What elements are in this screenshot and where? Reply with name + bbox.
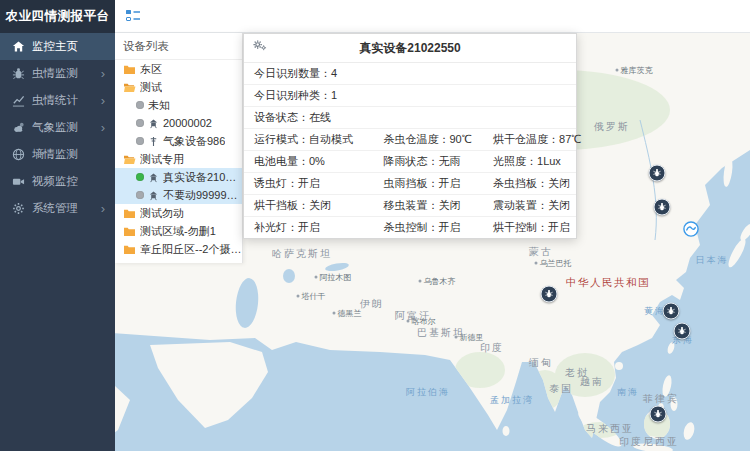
- folder-icon: [123, 244, 136, 255]
- popup-cell: 杀虫控制：开启: [373, 217, 483, 238]
- sidebar-item-system-management[interactable]: 系统管理›: [0, 195, 115, 222]
- popup-cell: 烘干控制：开启: [483, 217, 576, 238]
- chevron-right-icon: ›: [101, 121, 105, 134]
- device-list-panel: 设备列表 东区测试未知20000002气象设备986测试专用真实设备210225…: [115, 33, 243, 263]
- gears-icon[interactable]: [252, 39, 267, 51]
- tree-device-row[interactable]: 不要动99999999: [115, 186, 242, 204]
- popup-table: 今日识别数量：4今日识别种类：1设备状态：在线运行模式：自动模式杀虫仓温度：90…: [244, 62, 576, 238]
- folder-icon: [123, 226, 136, 237]
- popup-cell: 今日识别数量：4: [244, 63, 576, 84]
- tree-device-row[interactable]: 未知: [115, 96, 242, 114]
- tree-item-label: 未知: [148, 98, 170, 113]
- sidebar: 农业四情测报平台 监控主页虫情监测›虫情统计›气象监测›墒情监测视频监控系统管理…: [0, 0, 115, 451]
- folder-icon: [123, 64, 136, 75]
- sidebar-item-label: 视频监控: [32, 174, 78, 189]
- popup-cell: 烘干挡板：关闭: [244, 195, 373, 216]
- popup-cell: 虫雨挡板：开启: [373, 173, 483, 194]
- device-marker[interactable]: [541, 286, 558, 303]
- tree-folder-row[interactable]: 章丘阳丘区--2个摄像头: [115, 240, 242, 258]
- chart-icon: [12, 94, 25, 107]
- tree-item-label: 20000002: [163, 117, 212, 129]
- tree-folder-row[interactable]: 测试勿动: [115, 204, 242, 222]
- popup-cell: 设备状态：在线: [244, 107, 576, 128]
- tree-item-label: 章丘阳丘区--2个摄像头: [140, 242, 242, 257]
- popup-cell: 补光灯：开启: [244, 217, 373, 238]
- popup-row: 烘干挡板：关闭移虫装置：关闭震动装置：关闭: [244, 195, 576, 217]
- sidebar-item-label: 系统管理: [32, 201, 78, 216]
- tree-folder-row[interactable]: 测试区域-勿删1: [115, 222, 242, 240]
- tree-device-row[interactable]: 气象设备986: [115, 132, 242, 150]
- sidebar-item-weather-monitoring[interactable]: 气象监测›: [0, 114, 115, 141]
- sidebar-item-label: 墒情监测: [32, 147, 78, 162]
- sidebar-item-label: 虫情统计: [32, 93, 78, 108]
- tree-folder-row[interactable]: 测试专用: [115, 150, 242, 168]
- popup-row: 今日识别种类：1: [244, 85, 576, 107]
- popup-cell: 移虫装置：关闭: [373, 195, 483, 216]
- sidebar-item-home[interactable]: 监控主页: [0, 33, 115, 60]
- sidebar-item-label: 监控主页: [32, 39, 78, 54]
- device-list-title: 设备列表: [115, 33, 242, 60]
- popup-cell: 杀虫仓温度：90℃: [373, 129, 483, 150]
- popup-cell: 电池电量：0%: [244, 151, 373, 172]
- status-dot: [136, 173, 144, 181]
- popup-cell: 运行模式：自动模式: [244, 129, 373, 150]
- wave-badge-icon[interactable]: [683, 221, 700, 238]
- tree-item-label: 真实设备21022550: [163, 170, 242, 185]
- sidebar-item-soil-monitoring[interactable]: 墒情监测: [0, 141, 115, 168]
- gear-icon: [12, 202, 25, 215]
- video-icon: [12, 175, 25, 188]
- popup-row: 诱虫灯：开启虫雨挡板：开启杀虫挡板：关闭: [244, 173, 576, 195]
- device-marker[interactable]: [654, 199, 671, 216]
- weather-icon: [12, 121, 25, 134]
- org-tree-icon[interactable]: [125, 9, 141, 23]
- station-icon: [148, 136, 159, 147]
- trap-icon: [148, 190, 159, 201]
- popup-cell: 杀虫挡板：关闭: [483, 173, 576, 194]
- popup-cell: 诱虫灯：开启: [244, 173, 373, 194]
- popup-title: 真实设备21022550: [359, 41, 460, 55]
- popup-cell: 降雨状态：无雨: [373, 151, 483, 172]
- popup-row: 今日识别数量：4: [244, 63, 576, 85]
- tree-folder-row[interactable]: 测试: [115, 78, 242, 96]
- sidebar-item-insect-monitoring[interactable]: 虫情监测›: [0, 60, 115, 87]
- popup-row: 电池电量：0%降雨状态：无雨光照度：1Lux: [244, 151, 576, 173]
- bug-icon: [12, 67, 25, 80]
- tree-item-label: 测试勿动: [140, 206, 184, 221]
- tree-folder-row[interactable]: 东区: [115, 60, 242, 78]
- device-tree: 东区测试未知20000002气象设备986测试专用真实设备21022550不要动…: [115, 60, 242, 258]
- sidebar-item-insect-stats[interactable]: 虫情统计›: [0, 87, 115, 114]
- chevron-right-icon: ›: [101, 67, 105, 80]
- status-dot: [136, 137, 144, 145]
- home-icon: [12, 40, 25, 53]
- popup-row: 运行模式：自动模式杀虫仓温度：90℃烘干仓温度：87℃: [244, 129, 576, 151]
- chevron-right-icon: ›: [101, 94, 105, 107]
- tree-item-label: 东区: [140, 62, 162, 77]
- app-title: 农业四情测报平台: [0, 0, 115, 33]
- device-marker[interactable]: [663, 303, 680, 320]
- popup-cell: 今日识别种类：1: [244, 85, 576, 106]
- trap-icon: [148, 172, 159, 183]
- sidebar-item-video-monitoring[interactable]: 视频监控: [0, 168, 115, 195]
- globe-icon: [12, 148, 25, 161]
- device-marker[interactable]: [650, 406, 667, 423]
- tree-item-label: 测试: [140, 80, 162, 95]
- tree-item-label: 不要动99999999: [163, 188, 242, 203]
- device-marker[interactable]: [674, 323, 691, 340]
- tree-item-label: 气象设备986: [163, 134, 225, 149]
- tree-device-row[interactable]: 20000002: [115, 114, 242, 132]
- device-marker[interactable]: [649, 165, 666, 182]
- device-info-popup: 真实设备21022550 今日识别数量：4今日识别种类：1设备状态：在线运行模式…: [243, 33, 577, 239]
- chevron-right-icon: ›: [101, 202, 105, 215]
- popup-cell: 震动装置：关闭: [483, 195, 576, 216]
- folder-icon: [123, 208, 136, 219]
- tree-item-label: 测试专用: [140, 152, 184, 167]
- trap-icon: [148, 118, 159, 129]
- popup-cell: 烘干仓温度：87℃: [483, 129, 576, 150]
- status-dot: [136, 119, 144, 127]
- sidebar-item-label: 气象监测: [32, 120, 78, 135]
- folder-open-icon: [123, 154, 136, 165]
- sidebar-menu: 监控主页虫情监测›虫情统计›气象监测›墒情监测视频监控系统管理›: [0, 33, 115, 222]
- tree-item-label: 测试区域-勿删1: [140, 224, 216, 239]
- tree-device-row[interactable]: 真实设备21022550: [115, 168, 242, 186]
- popup-title-row: 真实设备21022550: [244, 34, 576, 62]
